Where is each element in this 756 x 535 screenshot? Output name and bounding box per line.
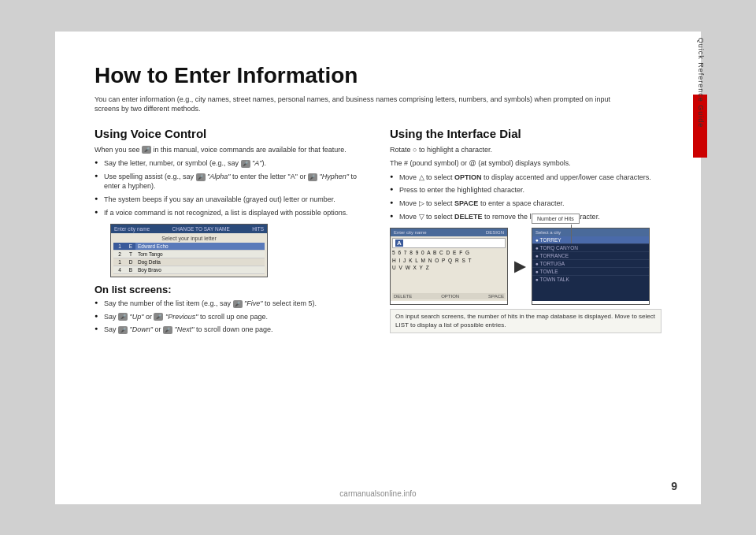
page-number: 9	[671, 480, 677, 492]
space-btn: SPACE	[488, 294, 504, 299]
two-column-layout: Using Voice Control When you see 🎤 in th…	[94, 127, 662, 481]
voice-icon-list1: 🎤	[233, 300, 243, 308]
city-list-item: ● TOWN TALK	[532, 276, 649, 283]
right-bullet-1: Move △ to select OPTION to display accen…	[390, 173, 662, 183]
screen-header-right: CHANGE TO SAY NAME	[172, 226, 230, 232]
char-row-1: 5 6 7 8 9 0 A B C D E F G	[392, 250, 506, 256]
input-field: A	[392, 238, 506, 248]
intro-text: You can enter information (e.g., city na…	[94, 95, 630, 114]
right-column: Using the Interface Dial Rotate ○ to hig…	[390, 127, 662, 481]
on-list-bullet-3: Say 🎤 "Down" or 🎤 "Next" to scroll down …	[94, 325, 366, 335]
page-title: How to Enter Information	[94, 63, 662, 88]
hits-callout: Number of Hits	[532, 214, 580, 224]
screen-list-table: 1 E Edward Echo 2 T Tom Tango	[113, 243, 265, 274]
list-row-2: Tom Tango	[135, 251, 265, 258]
left-bullet-list: Say the letter, number, or symbol (e.g.,…	[94, 158, 366, 217]
option-btn: OPTION	[441, 294, 459, 299]
voice-icon-inline: 🎤	[241, 160, 250, 168]
city-list-item: ● TORRANCE	[532, 252, 649, 260]
input-header-left: Enter city name	[394, 230, 427, 235]
list-row-3: Dog Delta	[135, 258, 265, 266]
input-header-right: DESIGN	[486, 230, 504, 235]
left-section-title: Using Voice Control	[94, 127, 366, 140]
sidebar-label: Quick Reference Guide	[697, 35, 705, 130]
on-list-bullet-2: Say 🎤 "Up" or 🎤 "Previous" to scroll up …	[94, 312, 366, 322]
right-caption: On input search screens, the number of h…	[390, 309, 662, 333]
on-list-bullet-1: Say the number of the list item (e.g., s…	[94, 299, 366, 309]
left-intro: When you see 🎤 in this manual, voice com…	[94, 145, 366, 155]
bullet-item: Use spelling assist (e.g., say 🎤 "Alpha"…	[94, 172, 366, 191]
city-list-item: ● TOWLE	[532, 268, 649, 276]
input-screen: Enter city name DESIGN A 5 6 7 8 9 0 A B…	[390, 228, 508, 305]
input-screen-body: A 5 6 7 8 9 0 A B C D E F G H I J K L M …	[391, 236, 507, 301]
list-row-1: Edward Echo	[135, 243, 265, 251]
delete-btn: DELETE	[394, 294, 412, 299]
voice-icon-list2: 🎤	[118, 313, 128, 321]
right-bullet-4: Move ▽ to select DELETE to remove the la…	[390, 212, 662, 222]
right-bullet-list: Move △ to select OPTION to display accen…	[390, 173, 662, 221]
right-screens-wrapper: Number of Hits Enter city name DESIGN	[390, 228, 662, 305]
list-row-4: Boy Bravo	[135, 266, 265, 274]
screen-prompt: Select your input letter	[113, 236, 265, 241]
input-bottom-bar: DELETE OPTION SPACE	[392, 293, 506, 299]
voice-icon-inline2: 🎤	[196, 173, 206, 181]
input-char-highlight: A	[395, 240, 403, 247]
page: Quick Reference Guide How to Enter Infor…	[55, 32, 701, 504]
right-bullet-3: Move ▷ to select SPACE to enter a space …	[390, 199, 662, 209]
left-column: Using Voice Control When you see 🎤 in th…	[94, 127, 366, 481]
screen-hits: HITS	[252, 226, 264, 232]
on-list-title: On list screens:	[94, 284, 366, 295]
voice-icon-list5: 🎤	[163, 326, 172, 334]
right-para2: The # (pound symbol) or @ (at symbol) di…	[390, 158, 662, 169]
voice-icon-list3: 🎤	[154, 313, 163, 321]
input-screen-header: Enter city name DESIGN	[391, 228, 507, 236]
city-screen-header: Select a city	[532, 228, 649, 236]
on-list-bullet-list: Say the number of the list item (e.g., s…	[94, 299, 366, 335]
char-row-2: H I J K L M N O P Q R S T	[392, 258, 506, 264]
right-section-title: Using the Interface Dial	[390, 127, 662, 140]
left-screen-image: Enter city name CHANGE TO SAY NAME HITS …	[110, 224, 366, 277]
bullet-item: The system beeps if you say an unavailab…	[94, 195, 366, 205]
voice-icon-list4: 🎤	[118, 326, 128, 334]
bullet-item: If a voice command is not recognized, a …	[94, 208, 366, 218]
right-arrow-icon: ▶	[514, 258, 525, 275]
screen-header-left: Enter city name	[114, 226, 150, 232]
city-list-item: ● TORQ CANYON	[532, 244, 649, 252]
watermark: carmanualsonline.info	[339, 489, 416, 498]
right-bullet-2: Press to enter the highlighted character…	[390, 185, 662, 195]
city-screen: Select a city ● TORREY ● TORQ CANYON ● T…	[532, 228, 650, 305]
right-screens-row: Enter city name DESIGN A 5 6 7 8 9 0 A B…	[390, 228, 662, 305]
city-list-item: ● TORTUGA	[532, 260, 649, 268]
city-list-selected: ● TORREY	[532, 236, 649, 244]
city-screen-body: ● TORREY ● TORQ CANYON ● TORRANCE ● TORT…	[532, 236, 649, 301]
voice-icon-inline3: 🎤	[308, 173, 317, 181]
page-container: Quick Reference Guide How to Enter Infor…	[0, 0, 756, 535]
char-row-3: U V W X Y Z	[392, 265, 506, 271]
bullet-item: Say the letter, number, or symbol (e.g.,…	[94, 158, 366, 169]
voice-icon: 🎤	[142, 146, 151, 154]
right-para1: Rotate ○ to highlight a character.	[390, 145, 662, 155]
callout-line	[571, 225, 572, 243]
